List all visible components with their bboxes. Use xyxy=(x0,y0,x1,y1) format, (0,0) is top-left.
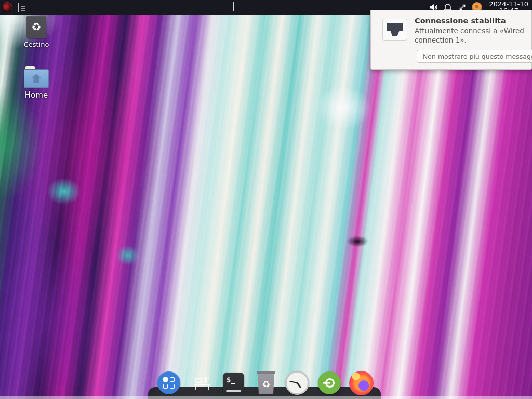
house-glyph xyxy=(32,74,42,83)
home-folder-icon xyxy=(24,65,49,88)
notification-body: Attualmente connessi a «Wired connection… xyxy=(415,26,524,45)
bottom-edge-strip xyxy=(0,396,532,399)
desktop-icon-label: Cestino xyxy=(24,41,49,48)
workspaces-icon xyxy=(195,378,202,383)
dock-clock-button[interactable] xyxy=(285,371,309,395)
dock-terminal-button[interactable]: $_ xyxy=(223,373,244,394)
desktop-screen: 2024-11-10 16:47 ♻ Cestino Home Connessi… xyxy=(0,0,532,399)
app-grid-icon xyxy=(163,377,175,389)
desktop-icon-trash[interactable]: ♻ Cestino xyxy=(22,16,51,48)
notification-popup: Connessione stabilita Attualmente connes… xyxy=(370,10,532,70)
notification-text: Connessione stabilita Attualmente connes… xyxy=(415,17,524,45)
desktop-icon-home[interactable]: Home xyxy=(22,65,51,100)
recycle-glyph: ♻ xyxy=(32,22,42,33)
panel-left xyxy=(0,2,27,12)
notification-actions: Non mostrare più questo messaggio xyxy=(380,45,524,63)
dock-firefox-button[interactable] xyxy=(349,371,374,395)
dock-software-updater-button[interactable] xyxy=(318,371,341,394)
window-list-bar xyxy=(18,3,19,12)
notification-title: Connessione stabilita xyxy=(415,17,524,25)
desktop-icon-label: Home xyxy=(25,90,48,100)
dock-app-menu-button[interactable] xyxy=(157,371,180,394)
dock-workspaces-button[interactable] xyxy=(193,374,211,392)
dock-trash-button[interactable]: ♻ xyxy=(256,371,276,394)
terminal-prompt-glyph: $_ xyxy=(227,376,235,384)
wired-network-icon xyxy=(382,19,407,41)
distro-logo-icon[interactable] xyxy=(2,2,12,12)
trash-icon: ♻ xyxy=(257,374,275,394)
trash-icon: ♻ xyxy=(26,16,46,38)
dismiss-notification-button[interactable]: Non mostrare più questo messaggio xyxy=(417,50,532,63)
window-list-icon[interactable] xyxy=(18,2,27,12)
recycle-glyph: ♻ xyxy=(262,380,270,389)
updater-icon xyxy=(322,375,337,391)
panel-caret xyxy=(233,2,234,11)
